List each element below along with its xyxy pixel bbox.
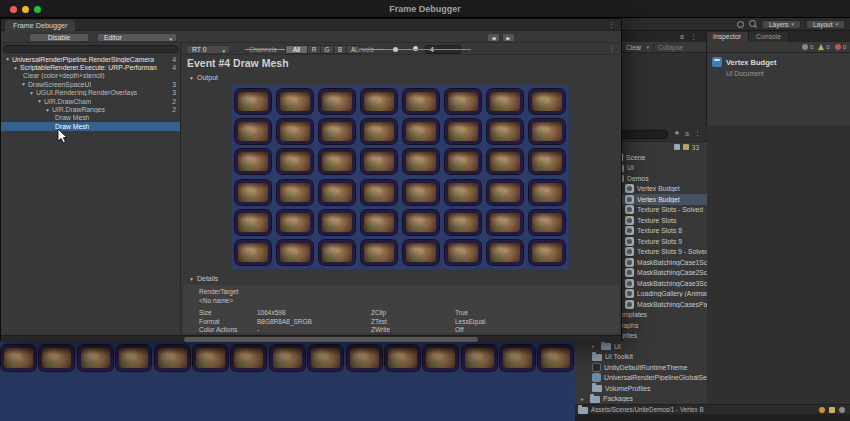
target-dropdown[interactable]: Editor ▾ [97, 33, 177, 42]
sprite-thumbnail [487, 89, 523, 114]
channel-button-b[interactable]: B [334, 46, 347, 53]
event-tree-row[interactable]: ▼UIR.DrawRanges2 [1, 105, 180, 113]
render-target-preview [231, 85, 569, 269]
sprite-thumbnail [403, 89, 439, 114]
more-icon[interactable]: ⋮ [694, 129, 701, 137]
scrollbar-thumb[interactable] [184, 337, 478, 342]
asset-icon [712, 57, 722, 67]
detail-k1: Size [199, 309, 212, 316]
event-tree-row[interactable]: Clear (color+depth+stencil) [1, 72, 180, 80]
favorites-star-icon[interactable]: ★ [674, 129, 680, 137]
collapsed-arrow-icon[interactable]: ▸ [592, 343, 598, 349]
event-tree-row[interactable]: ▼UniversalRenderPipeline.RenderSingleCam… [1, 55, 180, 63]
folder-icon [578, 407, 588, 414]
render-target-dropdown[interactable]: RT 0 ▾ [186, 45, 230, 54]
event-tree-row[interactable]: Draw Mesh [1, 122, 180, 130]
event-tree-row[interactable]: ▼UIR.DrawChain2 [1, 97, 180, 105]
sprite-thumbnail [487, 180, 523, 205]
folder-icon [592, 354, 602, 361]
sprite-thumbnail [319, 149, 355, 174]
alpha-sort-icon[interactable]: a [685, 130, 689, 137]
more-icon[interactable]: ⋮ [690, 33, 697, 41]
channel-button-r[interactable]: R [308, 46, 321, 53]
sprite-thumbnail [319, 89, 355, 114]
foldout-arrow-icon: ▼ [45, 107, 50, 113]
event-tree-row[interactable]: ▼ScriptableRenderer.Execute: URP-Perform… [1, 63, 180, 71]
game-view [0, 341, 575, 421]
notification-icon[interactable] [819, 407, 825, 413]
channel-button-group: AllRGBA [285, 45, 361, 54]
folder-icon [601, 343, 611, 350]
tab-frame-debugger[interactable]: Frame Debugger [5, 20, 75, 31]
levels-label: Levels [355, 46, 374, 53]
layers-dropdown[interactable]: Layers ▾ [762, 20, 801, 29]
console-count-info[interactable]: 0 [802, 44, 813, 50]
more-icon[interactable]: ⋮ [608, 21, 615, 29]
event-search-input[interactable] [3, 45, 179, 53]
project-item[interactable]: ▸UI [575, 341, 707, 352]
right-dock-tab-strip: a ⋮ Inspector Console [622, 31, 850, 42]
inspector-header: Vertex Budget [712, 57, 850, 67]
progress-icon[interactable] [839, 407, 845, 413]
project-item[interactable]: UniversalRenderPipelineGlobalSet [575, 373, 707, 384]
info-icon [802, 44, 808, 50]
count-value: 0 [810, 44, 813, 50]
event-details-panel: RT 0 ▾ Channels AllRGBA Levels ⋮ Event #… [181, 43, 623, 335]
project-item[interactable]: ▸Packages [575, 394, 707, 405]
foldout-arrow-icon: ▼ [5, 56, 10, 62]
scene-icon [625, 279, 634, 288]
sprite-thumbnail [277, 210, 313, 235]
tab-strip-extras: a ⋮ [680, 33, 697, 41]
event-label: Clear (color+depth+stencil) [23, 72, 105, 79]
event-tree-row[interactable]: Draw Mesh [1, 114, 180, 122]
package-icon[interactable] [674, 144, 680, 150]
sprite-thumbnail [445, 180, 481, 205]
search-icon[interactable] [749, 20, 757, 28]
details-foldout[interactable]: ▼ Details [189, 275, 218, 282]
levels-slider-thumb[interactable] [393, 47, 398, 52]
label-icon[interactable] [683, 144, 689, 150]
project-item[interactable]: VolumeProfiles [575, 383, 707, 394]
output-foldout[interactable]: ▼ Output [189, 74, 218, 81]
project-item[interactable]: UnityDefaultRuntimeTheme [575, 362, 707, 373]
console-clear-button[interactable]: Clear [626, 44, 642, 51]
channel-button-all[interactable]: All [286, 46, 308, 53]
alpha-sort-icon[interactable]: a [680, 33, 684, 41]
sprite-thumbnail [361, 149, 397, 174]
disable-button[interactable]: Disable [29, 33, 89, 42]
event-count: 2 [172, 106, 176, 113]
project-item-label: MaskBatchingCase3Scene [637, 280, 707, 287]
scene-icon [625, 195, 634, 204]
console-collapse-button[interactable]: Collapse [658, 44, 683, 51]
sprite-thumbnail [235, 149, 271, 174]
sprite-thumbnail [277, 149, 313, 174]
layout-dropdown[interactable]: Layout ▾ [806, 20, 845, 29]
console-count-error[interactable]: 0 [835, 44, 846, 50]
folder-icon [590, 396, 600, 403]
horizontal-scrollbar[interactable] [1, 335, 621, 342]
sprite-thumbnail [403, 240, 439, 265]
activity-icon[interactable] [829, 407, 835, 413]
collapsed-arrow-icon[interactable]: ▸ [581, 396, 587, 402]
sprite-thumbnail [445, 210, 481, 235]
sprite-thumbnail [277, 119, 313, 144]
channel-button-g[interactable]: G [321, 46, 334, 53]
event-count: 3 [172, 81, 176, 88]
account-icon[interactable] [737, 21, 744, 28]
event-tree-row[interactable]: ▼UGUI.Rendering.RenderOverlays3 [1, 89, 180, 97]
event-tree-row[interactable]: ▼DrawScreenSpaceUI3 [1, 80, 180, 88]
project-item-label: LoadingGallery (Animation, D [637, 290, 707, 297]
tab-console[interactable]: Console [749, 32, 789, 42]
previous-event-button[interactable]: ◀ [487, 33, 500, 42]
detail-k1: Format [199, 318, 220, 325]
project-item[interactable]: UI Toolkit [575, 352, 707, 363]
render-target-name: <No name> [199, 297, 233, 304]
more-icon[interactable]: ⋮ [609, 45, 616, 53]
sprite-thumbnail [361, 119, 397, 144]
error-icon [835, 44, 841, 50]
next-event-button[interactable]: ▶ [502, 33, 515, 42]
sprite-thumbnail [423, 345, 458, 371]
tab-inspector[interactable]: Inspector [706, 32, 749, 42]
console-count-warning[interactable]: 0 [818, 44, 829, 50]
window-title: Frame Debugger [0, 4, 850, 14]
